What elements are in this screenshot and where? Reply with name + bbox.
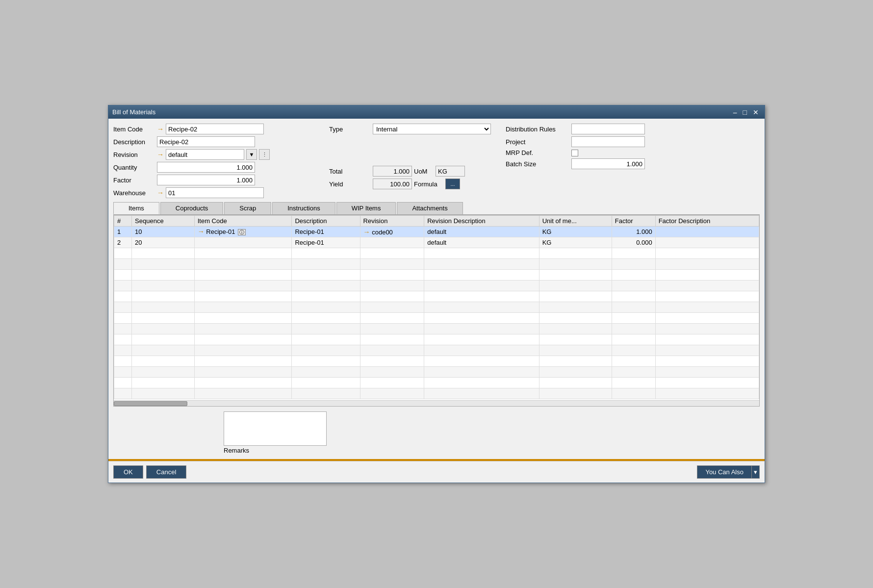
close-button[interactable]: ✕ (751, 109, 761, 116)
cell-revision-desc: default (424, 237, 539, 248)
you-can-also-dropdown[interactable]: ▾ (752, 465, 760, 479)
table-row[interactable] (114, 270, 759, 281)
remarks-section: Remarks (113, 411, 760, 454)
col-header-factor-desc: Factor Description (655, 216, 759, 227)
type-select[interactable]: Internal (373, 124, 491, 134)
total-label: Total (329, 168, 371, 175)
quantity-row: Quantity (113, 162, 324, 173)
table-row[interactable] (114, 248, 759, 259)
ok-button[interactable]: OK (113, 465, 143, 479)
mrp-def-row: MRP Def. (506, 149, 760, 156)
factor-label: Factor (113, 177, 155, 184)
quantity-input[interactable] (157, 162, 255, 173)
cell-item-code: → Recipe-01 ⓘ (194, 227, 292, 237)
factor-row: Factor (113, 175, 324, 185)
col-left: Item Code → Description Revision → ▼ ⋮ Q… (113, 124, 324, 198)
warehouse-row: Warehouse → (113, 187, 324, 198)
cell-num: 1 (114, 227, 132, 237)
revision-dropdown-btn[interactable]: ▼ (246, 149, 257, 160)
cell-item-code (194, 237, 292, 248)
table-row[interactable] (114, 345, 759, 356)
col-header-item-code: Item Code (194, 216, 292, 227)
cell-sequence: 10 (132, 227, 195, 237)
table-row[interactable] (114, 291, 759, 302)
scrollbar-thumb[interactable] (114, 401, 187, 406)
yield-label: Yield (329, 180, 371, 188)
table-row[interactable] (114, 367, 759, 378)
table-row[interactable] (114, 378, 759, 388)
tab-scrap[interactable]: Scrap (224, 202, 271, 214)
minimize-button[interactable]: – (731, 109, 739, 116)
revision-input[interactable] (166, 149, 244, 160)
batch-size-input[interactable] (571, 158, 645, 169)
warehouse-arrow: → (157, 189, 164, 197)
factor-input[interactable] (157, 175, 255, 185)
col-header-description: Description (292, 216, 360, 227)
project-row: Project (506, 136, 760, 147)
revision-list-btn[interactable]: ⋮ (259, 149, 270, 160)
description-row: Description (113, 136, 324, 147)
yield-row: Yield Formula ... (329, 179, 491, 189)
mrp-def-label: MRP Def. (506, 149, 569, 156)
remarks-textarea[interactable] (224, 411, 327, 446)
col-header-sequence: Sequence (132, 216, 195, 227)
formula-button[interactable]: ... (445, 179, 460, 189)
table-row[interactable] (114, 388, 759, 399)
main-window: Bill of Materials – □ ✕ Item Code → Desc… (108, 105, 765, 483)
table-row[interactable] (114, 313, 759, 324)
cell-revision (360, 237, 424, 248)
table-row[interactable]: 2 20 Recipe-01 default KG 0.000 (114, 237, 759, 248)
project-input[interactable] (571, 136, 645, 147)
table-row[interactable] (114, 334, 759, 345)
col-header-num: # (114, 216, 132, 227)
warehouse-label: Warehouse (113, 189, 155, 197)
table-row[interactable] (114, 281, 759, 291)
warehouse-input[interactable] (166, 187, 264, 198)
description-label: Description (113, 138, 155, 146)
batch-size-label: Batch Size (506, 160, 569, 168)
row-arrow-icon: → (198, 228, 205, 235)
cell-unit: KG (539, 237, 612, 248)
uom-label: UoM (414, 168, 434, 175)
table-row[interactable] (114, 259, 759, 270)
revision-label: Revision (113, 151, 155, 158)
restore-button[interactable]: □ (741, 109, 749, 116)
table-row[interactable] (114, 302, 759, 313)
col-mid: Type Internal Total UoM Yield Formula (324, 124, 491, 198)
table-row[interactable]: 1 10 → Recipe-01 ⓘ Recipe-01 → code00 de… (114, 227, 759, 237)
uom-input (436, 166, 465, 177)
distribution-rules-input[interactable] (571, 124, 645, 134)
col-header-revision: Revision (360, 216, 424, 227)
total-input (373, 166, 412, 177)
cell-factor: 1.000 (612, 227, 655, 237)
window-body: Item Code → Description Revision → ▼ ⋮ Q… (108, 119, 765, 459)
cell-factor-desc (655, 237, 759, 248)
description-input[interactable] (157, 136, 255, 147)
items-table-container: # Sequence Item Code Description Revisio… (113, 215, 760, 407)
table-row[interactable] (114, 324, 759, 334)
table-scrollbar[interactable] (114, 400, 759, 406)
col-right: Distribution Rules Project MRP Def. Batc… (491, 124, 760, 198)
you-can-also-button[interactable]: You Can Also (697, 465, 752, 479)
cancel-button[interactable]: Cancel (146, 465, 186, 479)
tab-instructions[interactable]: Instructions (272, 202, 335, 214)
table-row[interactable] (114, 356, 759, 367)
revision-row: Revision → ▼ ⋮ (113, 149, 324, 160)
tab-wip-items[interactable]: WIP Items (336, 202, 396, 214)
batch-size-row: Batch Size (506, 158, 760, 169)
row-rev-arrow: → (363, 228, 370, 236)
title-bar: Bill of Materials – □ ✕ (108, 105, 765, 119)
tab-attachments[interactable]: Attachments (397, 202, 462, 214)
items-table: # Sequence Item Code Description Revisio… (114, 215, 759, 399)
type-label: Type (329, 126, 371, 133)
row-info-btn[interactable]: ⓘ (238, 229, 246, 235)
project-label: Project (506, 138, 569, 146)
item-code-input[interactable] (166, 124, 264, 134)
total-row: Total UoM (329, 166, 491, 177)
mrp-def-checkbox[interactable] (571, 150, 578, 156)
tab-items[interactable]: Items (113, 202, 159, 214)
cell-num: 2 (114, 237, 132, 248)
tab-coproducts[interactable]: Coproducts (160, 202, 223, 214)
revision-arrow: → (157, 151, 164, 158)
quantity-label: Quantity (113, 164, 155, 171)
